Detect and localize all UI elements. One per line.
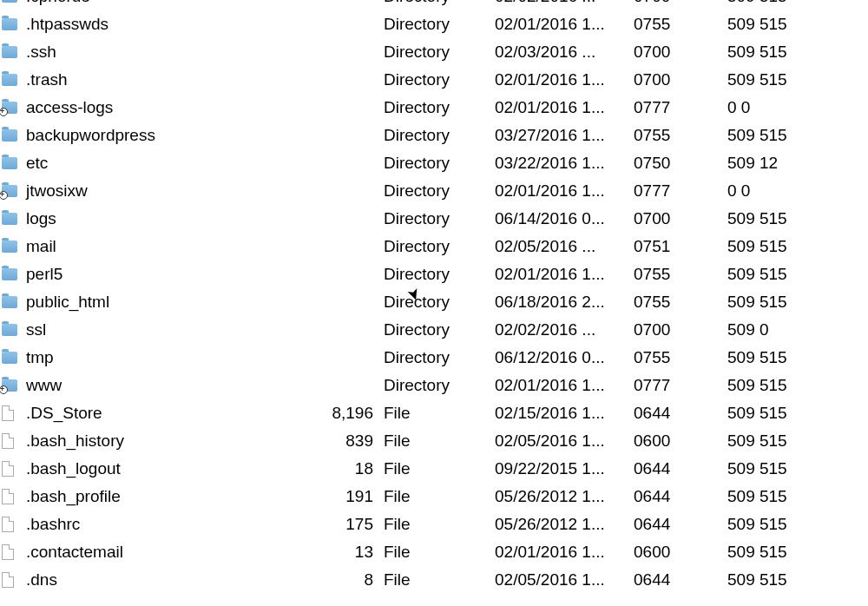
file-date: 06/14/2016 0... <box>491 209 630 228</box>
file-owner: 509 515 <box>724 15 868 34</box>
file-owner: 509 12 <box>724 154 868 173</box>
folder-icon <box>2 129 17 142</box>
file-row[interactable]: .bash_profile191File05/26/2012 1...06445… <box>0 483 868 510</box>
file-row[interactable]: .DS_Store8,196File02/15/2016 1...0644509… <box>0 399 868 427</box>
file-permissions: 0644 <box>630 570 724 590</box>
file-date: 05/26/2012 1... <box>491 515 630 534</box>
file-type: File <box>380 404 491 423</box>
file-name: mail <box>24 237 311 256</box>
file-permissions: 0700 <box>630 320 724 339</box>
file-type: File <box>380 543 491 562</box>
file-name: backupwordpress <box>24 126 311 145</box>
file-type: Directory <box>380 209 491 228</box>
file-row[interactable]: +access-logsDirectory02/01/2016 1...0777… <box>0 94 868 122</box>
file-date: 06/12/2016 0... <box>491 348 630 367</box>
file-owner: 0 0 <box>724 181 868 201</box>
file-row[interactable]: +jtwosixwDirectory02/01/2016 1...07770 0 <box>0 177 868 205</box>
file-date: 02/03/2016 ... <box>491 43 630 62</box>
file-date: 03/22/2016 1... <box>491 154 630 173</box>
file-name: .ssh <box>24 43 311 62</box>
file-name: .bash_logout <box>24 459 311 478</box>
file-row[interactable]: .bashrc175File05/26/2012 1...0644509 515 <box>0 510 868 538</box>
file-row[interactable]: public_htmlDirectory06/18/2016 2...07555… <box>0 288 868 316</box>
file-size: 18 <box>311 459 380 478</box>
file-name: etc <box>24 154 311 173</box>
file-owner: 509 515 <box>724 70 868 89</box>
folder-icon <box>2 18 17 30</box>
file-owner: 509 0 <box>724 320 868 339</box>
file-date: 02/01/2016 1... <box>491 98 630 117</box>
file-type: Directory <box>380 237 491 256</box>
file-type: Directory <box>380 376 491 395</box>
file-owner: 509 515 <box>724 376 868 395</box>
file-row[interactable]: .trashDirectory02/01/2016 1...0700509 51… <box>0 66 868 94</box>
file-name: public_html <box>24 293 311 312</box>
file-row[interactable]: .bash_history839File02/05/2016 1...06005… <box>0 427 868 455</box>
file-row[interactable]: .contactemail13File02/01/2016 1...060050… <box>0 538 868 566</box>
file-icon <box>2 517 14 532</box>
file-type: Directory <box>380 0 491 6</box>
file-permissions: 0644 <box>630 459 724 478</box>
folder-icon <box>2 74 17 86</box>
file-type: Directory <box>380 98 491 117</box>
file-size: 839 <box>311 431 380 451</box>
folder-icon <box>2 213 17 225</box>
file-permissions: 0700 <box>630 209 724 228</box>
file-size: 191 <box>311 487 380 506</box>
file-permissions: 0644 <box>630 515 724 534</box>
file-date: 02/05/2016 ... <box>491 237 630 256</box>
file-row[interactable]: .dns8File02/05/2016 1...0644509 515 <box>0 566 868 594</box>
file-date: 05/26/2012 1... <box>491 487 630 506</box>
file-type: File <box>380 431 491 451</box>
file-permissions: 0751 <box>630 237 724 256</box>
file-permissions: 0600 <box>630 543 724 562</box>
file-owner: 509 515 <box>724 570 868 590</box>
file-row[interactable]: perl5Directory02/01/2016 1...0755509 515 <box>0 260 868 288</box>
file-name: .bashrc <box>24 515 311 534</box>
folder-icon <box>2 157 17 169</box>
file-date: 02/15/2016 1... <box>491 404 630 423</box>
file-row[interactable]: .bash_logout18File09/22/2015 1...0644509… <box>0 455 868 483</box>
file-permissions: 0777 <box>630 376 724 395</box>
file-permissions: 0755 <box>630 265 724 284</box>
file-row[interactable]: .sshDirectory02/03/2016 ...0700509 515 <box>0 38 868 66</box>
file-row[interactable]: tmpDirectory06/12/2016 0...0755509 515 <box>0 344 868 372</box>
file-icon <box>2 461 14 477</box>
file-type: Directory <box>380 320 491 339</box>
file-permissions: 0644 <box>630 487 724 506</box>
file-name: perl5 <box>24 265 311 284</box>
file-owner: 509 515 <box>724 431 868 451</box>
file-type: File <box>380 570 491 590</box>
file-permissions: 0755 <box>630 293 724 312</box>
file-size: 175 <box>311 515 380 534</box>
file-type: File <box>380 487 491 506</box>
file-row[interactable]: .htpasswdsDirectory02/01/2016 1...075550… <box>0 10 868 38</box>
file-row[interactable]: +wwwDirectory02/01/2016 1...0777509 515 <box>0 372 868 399</box>
file-date: 02/01/2016 1... <box>491 543 630 562</box>
file-name: .dns <box>24 570 311 590</box>
folder-icon <box>2 268 17 280</box>
file-row[interactable]: logsDirectory06/14/2016 0...0700509 515 <box>0 205 868 233</box>
file-type: Directory <box>380 293 491 312</box>
file-type: File <box>380 459 491 478</box>
folder-link-icon: + <box>2 185 17 197</box>
file-name: access-logs <box>24 98 311 117</box>
file-date: 02/01/2016 1... <box>491 70 630 89</box>
file-size: 8 <box>311 570 380 590</box>
file-type: Directory <box>380 70 491 89</box>
file-permissions: 0777 <box>630 98 724 117</box>
file-type: Directory <box>380 348 491 367</box>
file-permissions: 0777 <box>630 181 724 201</box>
file-row[interactable]: mailDirectory02/05/2016 ...0751509 515 <box>0 233 868 260</box>
file-row[interactable]: .cphordeDirectory02/02/2016 ...0700509 5… <box>0 0 868 10</box>
file-permissions: 0700 <box>630 43 724 62</box>
file-type: Directory <box>380 43 491 62</box>
file-row[interactable]: backupwordpressDirectory03/27/2016 1...0… <box>0 122 868 149</box>
file-name: .trash <box>24 70 311 89</box>
file-owner: 509 515 <box>724 237 868 256</box>
folder-icon <box>2 0 17 3</box>
file-owner: 509 515 <box>724 543 868 562</box>
file-row[interactable]: etcDirectory03/22/2016 1...0750509 12 <box>0 149 868 177</box>
file-date: 09/22/2015 1... <box>491 459 630 478</box>
file-row[interactable]: sslDirectory02/02/2016 ...0700509 0 <box>0 316 868 344</box>
